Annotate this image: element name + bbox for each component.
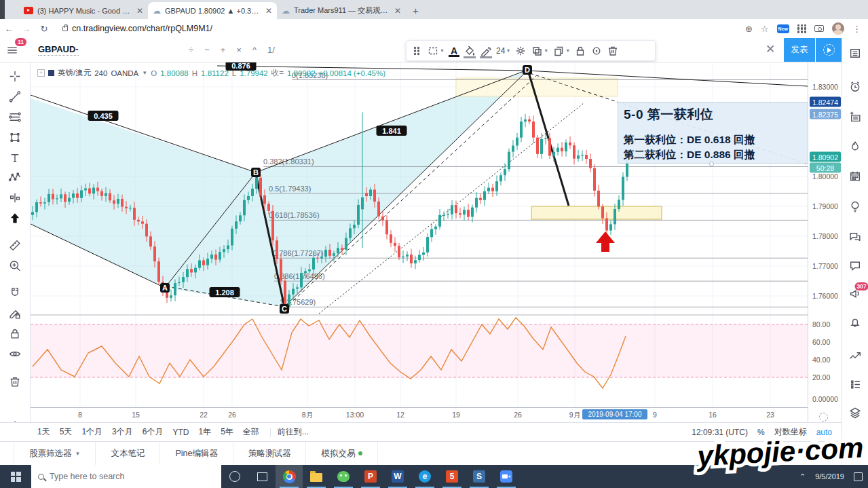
legend-symbol[interactable]: 英镑/澳元	[58, 68, 91, 78]
gear-icon[interactable]	[513, 45, 528, 57]
range-button-6个月[interactable]: 6个月	[143, 426, 164, 438]
calendar-icon[interactable]	[849, 170, 862, 185]
annotation-handle[interactable]	[709, 162, 714, 166]
range-button-5年[interactable]: 5年	[221, 426, 233, 438]
panel-tab-模拟交易[interactable]: 模拟交易	[306, 442, 378, 465]
percent-scale-button[interactable]: %	[757, 428, 765, 437]
panel-tab-策略测试器[interactable]: 策略测试器	[233, 442, 307, 465]
log-scale-button[interactable]: 对数坐标	[774, 426, 807, 438]
legend-interval[interactable]: 240	[94, 69, 107, 77]
taskbar-app-zoom-app[interactable]	[493, 465, 520, 488]
range-button-1个月[interactable]: 1个月	[81, 426, 102, 438]
compare-op-÷[interactable]: ÷	[189, 45, 193, 55]
tab-close-icon[interactable]: ✕	[394, 6, 401, 16]
public-chat-icon[interactable]	[849, 231, 862, 246]
text-color-button[interactable]: A	[447, 46, 461, 56]
taskbar-app-word[interactable]: W	[384, 465, 411, 488]
goto-date-button[interactable]: 前往到...	[278, 426, 309, 438]
private-chat-icon[interactable]	[849, 259, 862, 275]
price-axis[interactable]: 1.830001.800001.790001.780001.770001.760…	[808, 62, 842, 422]
browser-tab-tradingview-chart[interactable]: ☁ GBPAUD 1.80902 ▲ +0.35% Unn ✕	[148, 2, 277, 19]
broker-icon[interactable]	[849, 407, 862, 422]
lock-icon[interactable]	[573, 45, 588, 57]
bookmark-star-icon[interactable]: ☆	[761, 24, 769, 34]
ideas-bulb-icon[interactable]	[849, 200, 862, 216]
back-icon[interactable]: ←	[0, 24, 18, 34]
panel-tab-股票筛选器[interactable]: 股票筛选器▼	[14, 442, 96, 465]
browser-tab-youtube[interactable]: (3) HAPPY Music - Good Mornin ✕	[19, 2, 148, 19]
hide-drawings-icon[interactable]	[9, 348, 22, 363]
trend-line-icon[interactable]	[9, 90, 22, 106]
fib-retracement-icon[interactable]	[9, 111, 22, 126]
dotted-rect-icon[interactable]: ▼	[426, 45, 446, 57]
watchlist-icon[interactable]	[849, 47, 862, 62]
range-button-1年[interactable]: 1年	[198, 426, 211, 438]
browser-menu-icon[interactable]: ⋮	[852, 24, 861, 34]
tab-close-icon[interactable]: ✕	[265, 6, 272, 16]
new-tab-button[interactable]: +	[413, 5, 419, 16]
dom-panel-icon[interactable]	[849, 378, 862, 394]
text-icon[interactable]	[9, 151, 22, 167]
axis-reset-icon[interactable]	[819, 413, 828, 421]
taskbar-app-powerpoint[interactable]: P	[357, 465, 384, 488]
apps-grid-icon[interactable]	[797, 24, 806, 33]
time-axis[interactable]: 2019-09-04 17:00 81522268月13:001219269月9…	[31, 407, 808, 422]
reload-icon[interactable]: ↻	[35, 24, 53, 34]
cortana-button[interactable]	[221, 465, 248, 488]
symbol-search-input[interactable]: GBPAUD-	[38, 44, 79, 56]
panel-tab-Pine编辑器[interactable]: Pine编辑器	[160, 442, 233, 465]
zoom-in-icon[interactable]	[9, 259, 22, 275]
new-extension-badge[interactable]: New	[777, 24, 789, 33]
xabcd-pattern-icon[interactable]	[9, 171, 22, 187]
compare-op-−[interactable]: −	[204, 45, 210, 55]
range-button-1天[interactable]: 1天	[37, 426, 50, 438]
lock-icon[interactable]	[9, 327, 22, 343]
alerts-clock-icon[interactable]	[849, 80, 862, 96]
taskbar-date[interactable]: 9/5/2019	[815, 472, 844, 481]
publish-button[interactable]: 发表	[784, 38, 815, 62]
taskbar-app-file-explorer[interactable]	[303, 465, 330, 488]
camera-extension-icon[interactable]	[814, 25, 824, 32]
target-icon[interactable]	[589, 45, 604, 57]
tab-close-icon[interactable]: ✕	[136, 6, 143, 16]
tray-expand-icon[interactable]: ⌃	[799, 472, 806, 481]
crosshair-icon[interactable]	[9, 70, 22, 86]
forecast-icon[interactable]	[9, 191, 22, 207]
browser-tab-trader-profile[interactable]: ☁ Trader Mars911 — 交易观点与绩 ✕	[277, 2, 406, 19]
bucket-icon[interactable]	[462, 45, 477, 57]
https-lock-icon[interactable]	[62, 26, 68, 31]
profile-avatar[interactable]	[832, 22, 844, 35]
taskbar-search-box[interactable]: Type here to search	[31, 465, 221, 488]
add-symbol-icon[interactable]: +	[37, 69, 45, 77]
trade-panel-icon[interactable]	[849, 350, 862, 365]
panel-tab-文本笔记[interactable]: 文本笔记	[96, 442, 160, 465]
zoom-page-icon[interactable]: ⊕	[745, 24, 753, 34]
compare-op-1/[interactable]: 1/	[267, 45, 275, 55]
draw-lock-icon[interactable]	[9, 307, 22, 322]
copy-icon[interactable]: ▼	[551, 45, 571, 57]
layers-icon[interactable]: ▼	[529, 45, 550, 57]
range-button-YTD[interactable]: YTD	[172, 428, 189, 437]
close-toolbar-icon[interactable]: ✕	[766, 42, 775, 56]
rectangle-icon[interactable]	[9, 131, 22, 147]
trash-icon[interactable]	[605, 45, 620, 57]
taskbar-app-html5[interactable]: 5	[438, 465, 466, 488]
chart-area[interactable]: 0(1.83238)0.382(1.80331)0.5(1.79433)0.61…	[31, 62, 808, 407]
news-icon[interactable]	[849, 110, 862, 126]
hotlist-flame-icon[interactable]	[849, 140, 862, 155]
notifications-stream-icon[interactable]: 307	[849, 287, 862, 303]
trash-icon[interactable]	[9, 375, 22, 391]
ruler-icon[interactable]	[9, 239, 22, 255]
series-swatch[interactable]	[48, 70, 54, 76]
forward-icon[interactable]: →	[18, 24, 35, 34]
grip-icon[interactable]	[409, 45, 424, 57]
marker-icon[interactable]	[478, 45, 493, 57]
range-button-全部[interactable]: 全部	[243, 426, 259, 438]
compare-op-×[interactable]: ×	[236, 45, 242, 55]
url-text[interactable]: cn.tradingview.com/chart/rpQLM9M1/	[72, 24, 212, 33]
range-button-3个月[interactable]: 3个月	[112, 426, 133, 438]
taskbar-app-wechat[interactable]	[330, 465, 357, 488]
magnet-icon[interactable]	[9, 286, 22, 302]
arrow-up-icon[interactable]	[9, 212, 22, 227]
taskbar-app-chrome[interactable]	[276, 465, 303, 488]
